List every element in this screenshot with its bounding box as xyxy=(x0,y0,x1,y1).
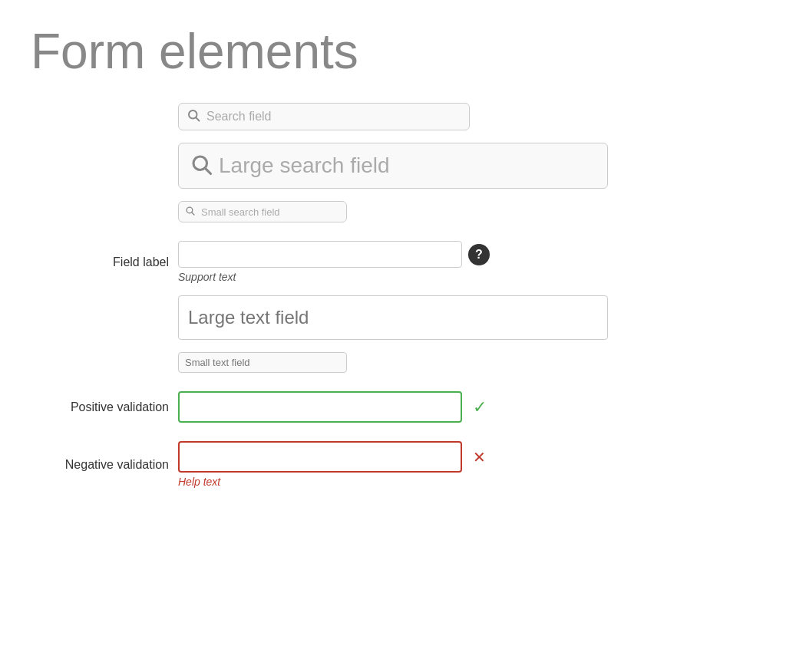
negative-validation-group: ✕ xyxy=(178,441,486,473)
svg-line-3 xyxy=(206,169,211,174)
field-label-text: Field label xyxy=(31,255,169,269)
text-field-large-row xyxy=(178,295,722,340)
positive-validation-group: ✓ xyxy=(178,391,487,423)
search-field-small[interactable]: Small search field xyxy=(178,201,347,222)
search-field-large-row: Large search field xyxy=(178,143,722,189)
search-field-large[interactable]: Large search field xyxy=(178,143,608,189)
support-text: Support text xyxy=(178,271,490,283)
negative-validation-input[interactable] xyxy=(178,441,462,473)
help-text: Help text xyxy=(178,476,486,488)
svg-line-5 xyxy=(192,212,194,215)
field-label-col: ? Support text xyxy=(178,241,490,283)
search-field-normal-placeholder: Search field xyxy=(206,110,272,124)
help-icon[interactable]: ? xyxy=(468,244,490,265)
text-field-with-help: ? xyxy=(178,241,490,268)
search-field-normal-row: Search field xyxy=(178,103,722,130)
positive-validation-label: Positive validation xyxy=(31,400,169,414)
search-field-small-row: Small search field xyxy=(178,201,722,222)
search-field-normal[interactable]: Search field xyxy=(178,103,470,130)
search-field-small-placeholder: Small search field xyxy=(201,206,280,218)
negative-validation-label: Negative validation xyxy=(31,458,169,472)
svg-line-1 xyxy=(196,117,199,120)
cross-icon: ✕ xyxy=(473,448,486,466)
form-section: Search field Large search field Small se xyxy=(31,103,722,488)
text-input-small[interactable] xyxy=(178,352,347,373)
positive-validation-row: Positive validation ✓ xyxy=(31,391,722,423)
search-field-large-placeholder: Large search field xyxy=(219,153,390,178)
search-icon xyxy=(187,108,200,125)
search-icon-small xyxy=(185,205,195,219)
text-field-small-row xyxy=(178,352,722,373)
negative-validation-row: Negative validation ✕ Help text xyxy=(31,441,722,488)
negative-validation-col: ✕ Help text xyxy=(178,441,486,488)
positive-validation-input[interactable] xyxy=(178,391,462,423)
text-input-normal[interactable] xyxy=(178,241,462,268)
field-label-row: Field label ? Support text xyxy=(31,241,722,283)
text-input-large[interactable] xyxy=(178,295,608,340)
search-icon-large xyxy=(190,153,213,179)
checkmark-icon: ✓ xyxy=(473,397,487,417)
page-title: Form elements xyxy=(31,23,755,80)
